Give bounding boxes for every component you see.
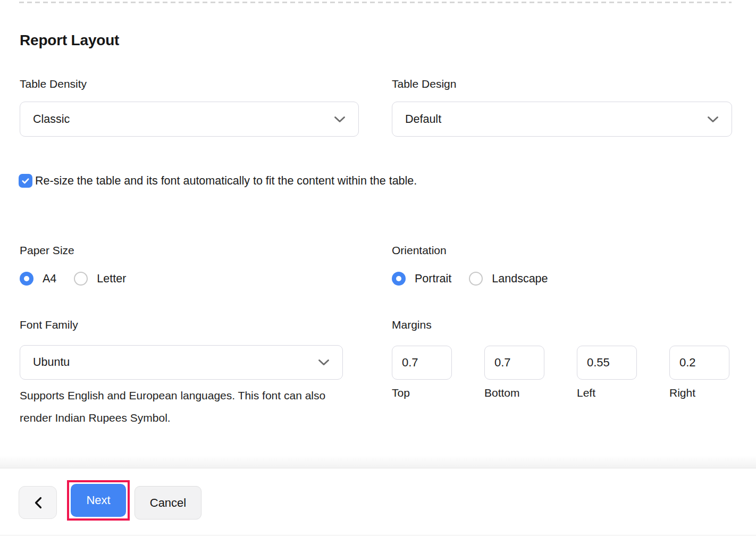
font-family-select[interactable]: Ubuntu [20, 345, 343, 380]
chevron-down-icon [318, 359, 330, 366]
table-density-label: Table Density [20, 78, 359, 90]
chevron-left-icon [34, 497, 42, 509]
margin-bottom-caption: Bottom [484, 387, 544, 399]
font-family-field: Font Family Ubuntu Supports English and … [20, 319, 343, 429]
margins-inputs-row: Top Bottom Left Right [392, 346, 729, 399]
page-title: Report Layout [20, 32, 119, 49]
margin-right-group: Right [669, 346, 729, 399]
margins-label: Margins [392, 319, 729, 331]
footer-bar: Next Cancel [0, 468, 756, 535]
margin-top-group: Top [392, 346, 452, 399]
chevron-down-icon [707, 116, 719, 123]
orientation-label: Orientation [392, 244, 548, 257]
radio-a4[interactable] [20, 272, 33, 286]
chevron-down-icon [334, 116, 346, 123]
radio-a4-label[interactable]: A4 [43, 272, 56, 286]
next-button-highlight-annotation: Next [67, 480, 130, 521]
margin-left-input[interactable] [577, 346, 637, 380]
paper-size-label: Paper Size [20, 244, 126, 257]
font-family-value: Ubuntu [33, 356, 70, 369]
radio-portrait-label[interactable]: Portrait [415, 272, 451, 286]
top-dashed-divider [19, 2, 732, 3]
table-design-field: Table Design Default [392, 78, 732, 137]
table-density-value: Classic [33, 113, 70, 126]
footer-shadow [0, 455, 756, 468]
margin-left-caption: Left [577, 387, 637, 399]
radio-landscape-label[interactable]: Landscape [492, 272, 548, 286]
margin-right-caption: Right [669, 387, 729, 399]
table-density-select[interactable]: Classic [20, 102, 359, 137]
resize-checkbox-label: Re-size the table and its font automatic… [35, 174, 417, 188]
table-design-label: Table Design [392, 78, 732, 90]
back-button[interactable] [19, 486, 57, 519]
margin-bottom-input[interactable] [484, 346, 544, 380]
orientation-field: Orientation Portrait Landscape [392, 244, 548, 286]
next-button[interactable]: Next [71, 484, 126, 517]
margin-top-caption: Top [392, 387, 452, 399]
paper-size-radio-group: A4 Letter [20, 272, 126, 286]
check-icon [21, 176, 30, 186]
radio-letter-label[interactable]: Letter [97, 272, 126, 286]
margin-left-group: Left [577, 346, 637, 399]
resize-checkbox-row: Re-size the table and its font automatic… [19, 174, 417, 188]
orientation-radio-group: Portrait Landscape [392, 272, 548, 286]
font-family-hint: Supports English and European languages.… [20, 384, 339, 429]
resize-checkbox[interactable] [19, 174, 32, 188]
table-density-field: Table Density Classic [20, 78, 359, 137]
table-design-select[interactable]: Default [392, 102, 732, 137]
radio-landscape[interactable] [469, 272, 483, 286]
margins-field: Margins Top Bottom Left Right [392, 319, 729, 399]
margin-top-input[interactable] [392, 346, 452, 380]
cancel-button[interactable]: Cancel [135, 486, 201, 520]
table-design-value: Default [405, 113, 441, 126]
margin-right-input[interactable] [669, 346, 729, 380]
radio-letter[interactable] [74, 272, 88, 286]
radio-portrait[interactable] [392, 272, 406, 286]
paper-size-field: Paper Size A4 Letter [20, 244, 126, 286]
report-layout-page: Report Layout Table Density Classic Tabl… [0, 0, 756, 536]
margin-bottom-group: Bottom [484, 346, 544, 399]
font-family-label: Font Family [20, 319, 343, 331]
